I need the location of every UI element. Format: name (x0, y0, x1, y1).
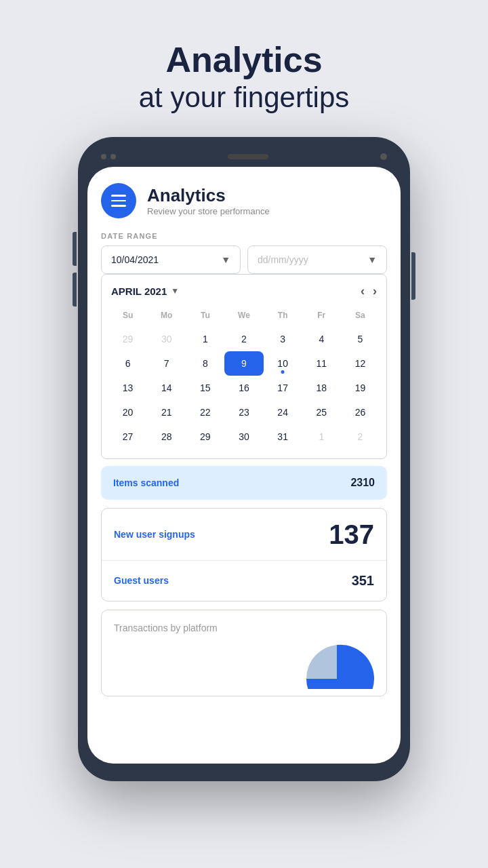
date-end-input[interactable]: dd/mm/yyyy ▼ (247, 245, 387, 274)
front-camera-area (101, 154, 116, 159)
calendar-day[interactable]: 16 (224, 376, 263, 400)
stats-section: Items scanned 2310 New user signups 137 … (101, 466, 387, 696)
calendar-day[interactable]: 21 (147, 400, 186, 425)
sensor-dot (110, 154, 116, 159)
calendar-nav: ‹ › (361, 284, 377, 298)
calendar-day-selected[interactable]: 9 (224, 351, 263, 376)
header-text: Analytics Review your store performance (147, 185, 270, 216)
vol-down-button (73, 273, 77, 307)
calendar-day[interactable]: 17 (264, 376, 302, 400)
new-user-signups-value: 137 (329, 521, 374, 548)
calendar-day[interactable]: 29 (108, 327, 147, 351)
day-header-fr: Fr (302, 308, 341, 323)
date-inputs-row: 10/04/2021 ▼ dd/mm/yyyy ▼ (101, 245, 387, 274)
new-user-signups-row: New user signups 137 (102, 509, 386, 561)
hero-section: Analytics at your fingertips (139, 0, 350, 137)
guest-users-value: 351 (352, 573, 374, 589)
calendar-day[interactable]: 6 (108, 351, 147, 376)
calendar-header: APRIL 2021 ▼ ‹ › (108, 284, 380, 298)
menu-button[interactable] (101, 183, 136, 218)
calendar-day[interactable]: 30 (224, 425, 263, 449)
calendar-day[interactable]: 26 (341, 400, 380, 425)
date-end-placeholder: dd/mm/yyyy (258, 254, 308, 265)
day-header-sa: Sa (341, 308, 380, 323)
calendar-day[interactable]: 2 (224, 327, 263, 351)
phone-top-bar (87, 149, 401, 167)
page-subtitle: Review your store performance (147, 206, 270, 216)
chevron-down-icon-2: ▼ (367, 254, 377, 265)
calendar-grid: 29 30 1 2 3 4 5 6 7 8 9 10 11 12 13 14 (108, 327, 380, 449)
user-stats-card: New user signups 137 Guest users 351 (101, 508, 387, 601)
calendar-day[interactable]: 18 (302, 376, 341, 400)
calendar-day[interactable]: 4 (302, 327, 341, 351)
date-start-value: 10/04/2021 (111, 254, 159, 265)
calendar-day[interactable]: 20 (108, 400, 147, 425)
calendar-day[interactable]: 25 (302, 400, 341, 425)
day-header-tu: Tu (186, 308, 224, 323)
camera-right-dot (380, 153, 387, 160)
calendar-day[interactable]: 28 (147, 425, 186, 449)
calendar-day[interactable]: 3 (264, 327, 302, 351)
day-header-th: Th (264, 308, 302, 323)
prev-month-button[interactable]: ‹ (361, 284, 365, 298)
calendar-day[interactable]: 31 (264, 425, 302, 449)
calendar-day-today[interactable]: 10 (264, 351, 302, 376)
calendar-day[interactable]: 27 (108, 425, 147, 449)
hero-subtitle: at your fingertips (139, 79, 350, 117)
day-header-su: Su (108, 308, 147, 323)
calendar: APRIL 2021 ▼ ‹ › Su Mo Tu We Th Fr (101, 274, 387, 459)
guest-users-label: Guest users (114, 575, 169, 586)
calendar-day[interactable]: 11 (302, 351, 341, 376)
date-start-input[interactable]: 10/04/2021 ▼ (101, 245, 241, 274)
vol-up-button (73, 232, 77, 266)
calendar-day[interactable]: 23 (224, 400, 263, 425)
date-range-label: DATE RANGE (101, 232, 387, 240)
speaker (228, 154, 268, 159)
calendar-day[interactable]: 29 (186, 425, 224, 449)
calendar-day[interactable]: 1 (186, 327, 224, 351)
day-header-mo: Mo (147, 308, 186, 323)
phone-frame: Analytics Review your store performance … (78, 137, 410, 781)
calendar-day[interactable]: 12 (341, 351, 380, 376)
day-header-we: We (224, 308, 263, 323)
chevron-down-icon: ▼ (221, 254, 230, 265)
camera-dot (101, 154, 106, 159)
transactions-card: Transactions by platform (101, 610, 387, 696)
items-scanned-label: Items scanned (113, 477, 179, 488)
page-title: Analytics (147, 185, 270, 206)
app-header: Analytics Review your store performance (101, 183, 387, 218)
app-content: Analytics Review your store performance … (87, 167, 401, 696)
calendar-day-headers: Su Mo Tu We Th Fr Sa (108, 308, 380, 323)
calendar-day[interactable]: 8 (186, 351, 224, 376)
phone-screen: Analytics Review your store performance … (87, 167, 401, 764)
calendar-day[interactable]: 7 (147, 351, 186, 376)
new-user-signups-label: New user signups (114, 529, 195, 540)
calendar-day[interactable]: 1 (302, 425, 341, 449)
chevron-down-icon-cal: ▼ (171, 286, 179, 296)
menu-line-3 (111, 205, 126, 207)
power-button (411, 252, 415, 300)
items-scanned-value: 2310 (350, 477, 375, 489)
pie-chart-svg (300, 642, 374, 689)
calendar-day[interactable]: 30 (147, 327, 186, 351)
calendar-month: APRIL 2021 ▼ (111, 285, 179, 297)
calendar-day[interactable]: 14 (147, 376, 186, 400)
transactions-title: Transactions by platform (114, 623, 374, 633)
calendar-day[interactable]: 24 (264, 400, 302, 425)
menu-line-2 (111, 200, 126, 202)
next-month-button[interactable]: › (373, 284, 377, 298)
calendar-day[interactable]: 5 (341, 327, 380, 351)
pie-chart-area (114, 642, 374, 696)
calendar-day[interactable]: 19 (341, 376, 380, 400)
calendar-day[interactable]: 2 (341, 425, 380, 449)
calendar-day[interactable]: 22 (186, 400, 224, 425)
hero-title: Analytics (139, 41, 350, 79)
guest-users-row: Guest users 351 (102, 561, 386, 601)
menu-line-1 (111, 195, 126, 197)
calendar-day[interactable]: 15 (186, 376, 224, 400)
date-range-section: DATE RANGE 10/04/2021 ▼ dd/mm/yyyy ▼ (101, 232, 387, 274)
calendar-day[interactable]: 13 (108, 376, 147, 400)
items-scanned-row: Items scanned 2310 (101, 466, 387, 500)
